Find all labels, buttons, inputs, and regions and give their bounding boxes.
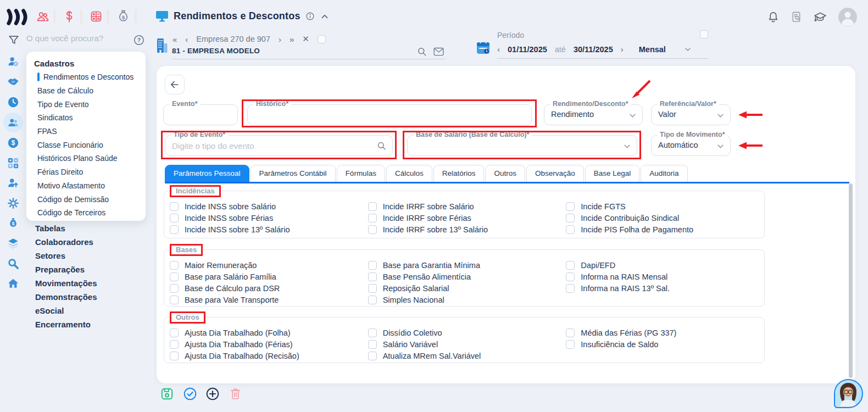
checkbox-simples-nacional[interactable]: Simples Nacional bbox=[368, 296, 566, 304]
sidebar-group-encerramento[interactable]: Encerramento bbox=[35, 318, 97, 331]
tab-relatorios[interactable]: Relatórios bbox=[433, 165, 485, 182]
referencia-valor-select[interactable]: Referência/Valor* Valor bbox=[651, 104, 731, 125]
tab-parametros-contabil[interactable]: Parâmetros Contábil bbox=[251, 165, 336, 182]
graduation-cap-icon[interactable] bbox=[813, 10, 827, 24]
company-search-icon[interactable] bbox=[416, 46, 427, 57]
checkbox-base-calculo-dsr[interactable]: Base de Cálculo para DSR bbox=[170, 284, 368, 293]
back-button[interactable] bbox=[165, 75, 185, 94]
user-promote-icon[interactable] bbox=[7, 177, 19, 189]
calculator-rail-icon[interactable] bbox=[7, 157, 19, 169]
chevron-down-icon[interactable] bbox=[716, 112, 725, 120]
sidebar-group-esocial[interactable]: eSocial bbox=[35, 304, 97, 318]
checkbox-ajusta-dia-folha[interactable]: Ajusta Dia Trabalhado (Folha) bbox=[170, 329, 368, 337]
people-rail-icon[interactable] bbox=[7, 116, 19, 129]
checkbox-ajusta-dia-ferias[interactable]: Ajusta Dia Trabalhado (Férias) bbox=[170, 340, 368, 349]
help-icon[interactable]: ? bbox=[133, 34, 145, 46]
vertical-scrollbar[interactable] bbox=[849, 183, 853, 378]
tipo-evento-input[interactable] bbox=[172, 136, 358, 155]
checkbox-ajusta-dia-recisao[interactable]: Ajusta Dia Trabalhado (Recisão) bbox=[170, 352, 368, 360]
delete-icon[interactable] bbox=[229, 387, 242, 401]
tab-outros[interactable]: Outros bbox=[485, 165, 525, 182]
company-first-button[interactable]: « bbox=[173, 35, 177, 44]
checkbox-incide-fgts[interactable]: Incide FGTS bbox=[566, 202, 764, 211]
chevron-down-icon[interactable] bbox=[683, 45, 692, 54]
tipo-evento-field[interactable]: Tipo de Evento* bbox=[165, 135, 393, 156]
checkbox-incide-irrf-13[interactable]: Incide IRRF sobre 13º Salário bbox=[368, 225, 566, 234]
checkbox-dissidio-coletivo[interactable]: Dissídio Coletivo bbox=[368, 329, 566, 337]
tab-auditoria[interactable]: Auditoria bbox=[641, 165, 687, 182]
document-search-icon[interactable] bbox=[790, 10, 803, 24]
bell-icon[interactable] bbox=[767, 10, 780, 24]
period-end-date[interactable]: 30/11/2025 bbox=[574, 45, 613, 54]
user-settings-icon[interactable] bbox=[7, 55, 19, 68]
checkbox-incide-pis[interactable]: Incide PIS Folha de Pagamento bbox=[566, 225, 764, 234]
chevron-down-icon[interactable] bbox=[716, 142, 725, 151]
sidebar-group-demonstracoes[interactable]: Demonstrações bbox=[35, 290, 97, 304]
checkbox-incide-inss-13[interactable]: Incide INSS sobre 13º Salário bbox=[170, 225, 368, 234]
sidebar-item-fpas[interactable]: FPAS bbox=[26, 125, 146, 138]
search-rail-icon[interactable] bbox=[7, 258, 19, 270]
checkbox-base-pensao-alimenticia[interactable]: Base Pensão Alimentícia bbox=[368, 272, 566, 281]
checkbox-reposicao-salarial[interactable]: Reposição Salarial bbox=[368, 284, 566, 293]
home-icon[interactable] bbox=[7, 277, 19, 289]
company-next-button[interactable]: › bbox=[279, 35, 281, 44]
checkbox-informa-rais-mensal[interactable]: Informa na RAIS Mensal bbox=[566, 272, 764, 281]
sidebar-item-historicos-plano-saude[interactable]: Históricos Plano Saúde bbox=[26, 152, 146, 165]
period-next-button[interactable]: › bbox=[621, 44, 624, 54]
tab-observacao[interactable]: Observação bbox=[526, 165, 584, 182]
sidebar-group-setores[interactable]: Setores bbox=[35, 249, 97, 263]
sidebar-item-rendimentos-e-descontos[interactable]: Rendimentos e Descontos bbox=[26, 70, 146, 84]
checkbox-incide-contribuicao-sindical[interactable]: Incide Contribuição Sindical bbox=[566, 214, 764, 222]
period-prev-button[interactable]: ‹ bbox=[497, 44, 500, 54]
info-icon[interactable] bbox=[305, 12, 315, 21]
search-icon[interactable] bbox=[376, 141, 387, 151]
sidebar-group-tabelas[interactable]: Tabelas bbox=[35, 221, 97, 235]
global-search-input[interactable] bbox=[26, 34, 125, 43]
checkbox-salario-variavel[interactable]: Salário Variável bbox=[368, 340, 566, 349]
evento-field[interactable]: Evento* bbox=[163, 104, 238, 125]
sidebar-item-motivo-afastamento[interactable]: Motivo Afastamento bbox=[26, 179, 146, 193]
rendimento-desconto-select[interactable]: Rendimento/Desconto* Rendimento bbox=[544, 104, 643, 125]
checkbox-insuficiencia-saldo[interactable]: Insuficiência de Saldo bbox=[566, 340, 764, 349]
checkbox-informa-rais-13[interactable]: Informa na RAIS 13º Sal. bbox=[566, 284, 764, 293]
mail-icon[interactable] bbox=[433, 47, 444, 57]
company-prev-button[interactable]: ‹ bbox=[185, 35, 188, 44]
dollar-module-icon[interactable] bbox=[63, 10, 76, 23]
period-mode-select[interactable]: Mensal bbox=[639, 45, 666, 54]
calculator-module-icon[interactable] bbox=[90, 10, 103, 23]
tab-calculos[interactable]: Cálculos bbox=[386, 165, 432, 182]
sidebar-item-sindicatos[interactable]: Sindicatos bbox=[26, 111, 146, 125]
filter-icon[interactable] bbox=[8, 34, 20, 46]
historico-field[interactable]: Histórico* bbox=[247, 104, 532, 125]
checkbox-base-garantia-minima[interactable]: Base para Garantia Mínima bbox=[368, 261, 566, 270]
tab-formulas[interactable]: Fórmulas bbox=[337, 165, 385, 182]
checkbox-base-salario-familia[interactable]: Base para Salário Família bbox=[170, 272, 368, 281]
sidebar-item-base-de-calculo[interactable]: Base de Cálculo bbox=[26, 84, 146, 98]
layers-icon[interactable] bbox=[7, 237, 19, 249]
sidebar-item-codigo-de-terceiros[interactable]: Código de Terceiros bbox=[26, 206, 146, 220]
save-icon[interactable] bbox=[160, 387, 174, 401]
checkbox-incide-irrf-salario[interactable]: Incide IRRF sobre Salário bbox=[368, 202, 566, 211]
checkbox-incide-irrf-ferias[interactable]: Incide IRRF sobre Férias bbox=[368, 214, 566, 222]
clock-icon[interactable] bbox=[7, 96, 19, 108]
people-module-icon[interactable] bbox=[36, 10, 49, 23]
add-icon[interactable] bbox=[205, 387, 220, 401]
company-clear-button[interactable]: ✕ bbox=[302, 34, 309, 44]
sidebar-item-classe-funcionario[interactable]: Classe Funcionário bbox=[26, 138, 146, 152]
checkbox-dapi-efd[interactable]: Dapi/EFD bbox=[566, 261, 764, 270]
sidebar-group-movimentacoes[interactable]: Movimentações bbox=[35, 276, 97, 290]
checkbox-incide-inss-ferias[interactable]: Incide INSS sobre Férias bbox=[170, 214, 368, 222]
tipo-movimento-select[interactable]: Tipo de Movimento* Automático bbox=[651, 135, 731, 156]
sidebar-item-tipo-de-evento[interactable]: Tipo de Evento bbox=[26, 97, 146, 111]
checkbox-incide-inss-salario[interactable]: Incide INSS sobre Salário bbox=[170, 202, 368, 211]
sidebar-item-ferias-direito[interactable]: Férias Direito bbox=[26, 165, 146, 179]
support-avatar[interactable] bbox=[834, 379, 863, 408]
checkbox-atualiza-mrem[interactable]: Atualiza MRem Sal.Variável bbox=[368, 352, 566, 360]
company-last-button[interactable]: » bbox=[290, 35, 294, 44]
user-avatar[interactable] bbox=[838, 7, 858, 27]
chevron-down-icon[interactable] bbox=[623, 142, 631, 151]
sidebar-group-colaboradores[interactable]: Colaboradores bbox=[35, 235, 97, 249]
sidebar-item-codigo-de-demissao[interactable]: Código de Demissão bbox=[26, 192, 146, 206]
chevron-down-icon[interactable] bbox=[628, 112, 637, 120]
gear-icon[interactable] bbox=[7, 197, 19, 209]
